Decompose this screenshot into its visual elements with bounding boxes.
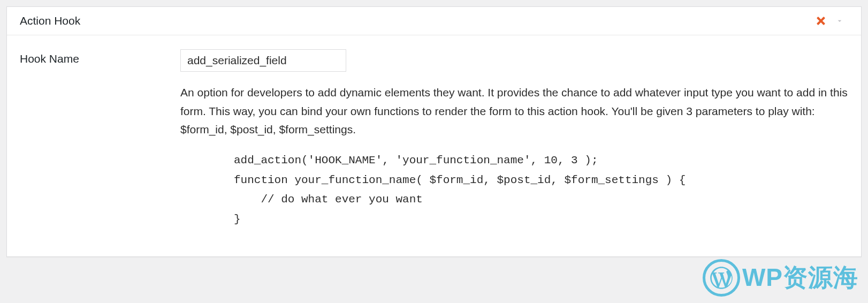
watermark: WP资源海 [703, 259, 858, 263]
panel-title: Action Hook [20, 14, 80, 27]
panel-body: Hook Name An option for developers to ad… [7, 35, 861, 256]
panel-header: Action Hook [7, 7, 861, 35]
wordpress-logo-icon [703, 259, 740, 263]
code-example: add_action('HOOK_NAME', 'your_function_n… [180, 151, 848, 230]
hook-name-label: Hook Name [20, 49, 164, 230]
hook-name-input[interactable] [180, 49, 346, 72]
action-hook-panel: Action Hook Hook Name An option for deve… [6, 6, 862, 257]
hook-description: An option for developers to add dynamic … [180, 84, 848, 139]
watermark-text: WP资源海 [742, 261, 858, 263]
panel-actions [815, 15, 848, 27]
field-content: An option for developers to add dynamic … [180, 49, 848, 230]
chevron-down-icon[interactable] [834, 16, 845, 26]
close-icon[interactable] [815, 15, 827, 27]
